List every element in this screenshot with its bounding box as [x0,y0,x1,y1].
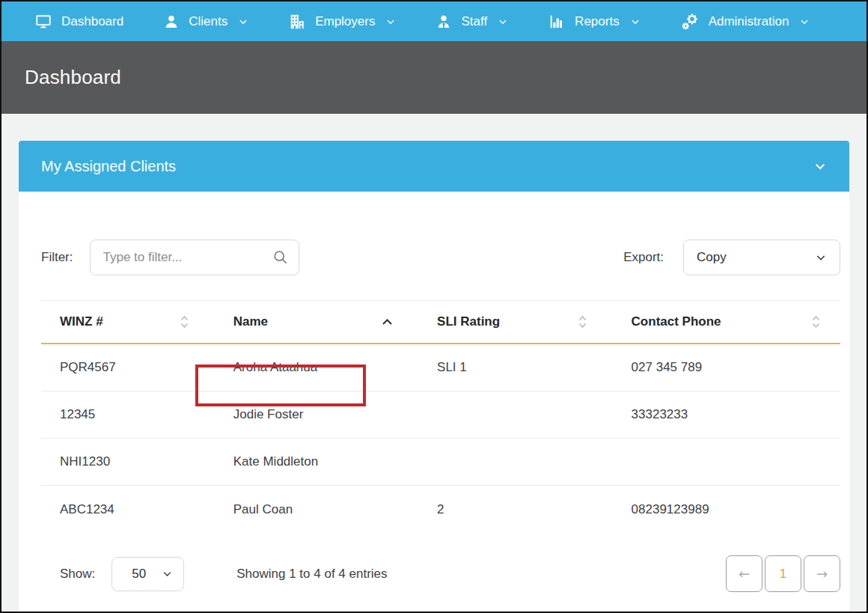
nav-item-label: Employers [315,14,375,29]
sli-cell: 2 [418,502,613,517]
table-row[interactable]: NHI1230 Kate Middleton [41,439,840,486]
winz-cell: 12345 [41,407,215,422]
entries-summary: Showing 1 to 4 of 4 entries [236,567,387,582]
sli-cell: SLI 1 [418,360,613,375]
filter-label: Filter: [41,250,73,265]
export-group: Export: Copy [623,240,840,275]
column-header-sli-rating[interactable]: SLI Rating [418,314,613,329]
name-cell: Kate Middleton [215,454,418,469]
person-icon [164,14,179,29]
next-page-button[interactable]: → [804,555,840,592]
nav-item-administration[interactable]: Administration [681,13,810,31]
page-size-value: 50 [132,567,146,582]
name-cell: Paul Coan [215,502,418,517]
filter-row: Filter: Export: Copy [41,240,840,275]
page-size-select[interactable]: 50 [111,557,184,591]
monitor-icon [35,13,52,30]
panel-header[interactable]: My Assigned Clients [19,141,849,192]
panel-body: Filter: Export: Copy [19,240,849,592]
nav-item-label: Administration [709,14,789,29]
chevron-down-icon [630,16,641,27]
nav-item-staff[interactable]: Staff [436,14,508,29]
table-header-row: WINZ # Name SLI Rating [41,300,840,344]
column-header-winz[interactable]: WINZ # [41,314,215,329]
name-cell: Aroha Ataahua [215,360,418,375]
chevron-down-icon [498,16,508,27]
right-arrow-icon: → [816,566,828,582]
filter-input-wrap [90,240,299,275]
app-window: Dashboard Clients Employers Staff [0,0,868,613]
nav-item-employers[interactable]: Employers [289,13,396,30]
left-arrow-icon: ← [739,566,750,582]
sort-icon[interactable] [578,314,587,329]
export-label: Export: [623,250,664,265]
chevron-down-icon [385,16,396,27]
previous-page-button[interactable]: ← [726,555,762,592]
column-header-contact-phone[interactable]: Contact Phone [613,314,840,329]
chevron-down-icon [238,16,248,27]
sort-icon[interactable] [811,314,821,329]
winz-cell: PQR4567 [41,360,215,375]
panel-title: My Assigned Clients [41,158,176,175]
phone-cell: 08239123989 [613,502,840,517]
nav-item-clients[interactable]: Clients [164,14,248,29]
phone-cell: 33323233 [613,407,840,422]
table-row[interactable]: ABC1234 Paul Coan 2 08239123989 [41,486,840,533]
export-select[interactable]: Copy [683,240,840,275]
sort-asc-icon[interactable] [382,318,393,326]
bar-chart-icon [548,13,565,30]
nav-item-dashboard[interactable]: Dashboard [35,13,123,30]
nav-item-reports[interactable]: Reports [548,13,641,30]
nav-item-label: Staff [461,14,487,29]
table-footer: Show: 50 Showing 1 to 4 of 4 entries ← 1… [41,555,840,592]
nav-item-label: Dashboard [61,14,123,29]
chevron-down-icon [815,251,827,263]
clients-table: WINZ # Name SLI Rating [41,300,840,533]
winz-cell: ABC1234 [41,502,215,517]
show-label: Show: [41,567,95,582]
filter-input[interactable] [90,240,299,275]
nav-item-label: Reports [575,14,620,29]
person-tie-icon [436,14,451,29]
page-1-button[interactable]: 1 [765,555,801,592]
chevron-down-icon [162,568,173,579]
name-cell: Jodie Foster [215,407,418,422]
table-row[interactable]: PQR4567 Aroha Ataahua SLI 1 027 345 789 [41,344,840,391]
phone-cell: 027 345 789 [613,360,840,375]
top-navigation: Dashboard Clients Employers Staff [1,1,867,41]
winz-cell: NHI1230 [41,454,215,469]
chevron-down-icon [799,16,810,27]
gears-icon [681,13,699,31]
page-header: Dashboard [1,41,867,114]
page-title: Dashboard [25,66,121,89]
my-assigned-clients-panel: My Assigned Clients Filter: Export: [19,141,849,613]
building-icon [289,13,305,30]
sort-icon[interactable] [180,314,189,329]
table-row[interactable]: 12345 Jodie Foster 33323233 [41,391,840,439]
search-icon [272,249,288,268]
export-selected-value: Copy [697,250,727,265]
column-header-name[interactable]: Name [215,314,418,329]
pagination: ← 1 → [726,555,840,592]
nav-item-label: Clients [189,14,227,29]
collapse-chevron-icon[interactable] [813,159,827,173]
